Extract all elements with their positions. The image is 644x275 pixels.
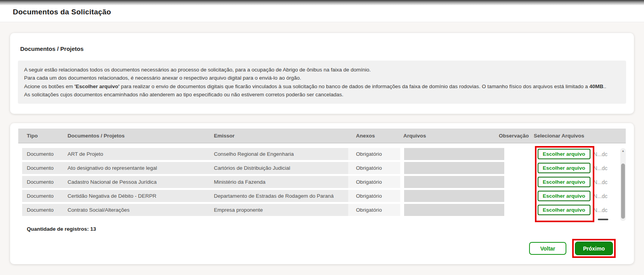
cell-selecionar-arquivos: Escolher arquivo N...dc [534,190,620,202]
choose-file-button[interactable]: Escolher arquivo [538,149,590,159]
table-row: Documento Certidão Negativa de Débito - … [18,190,620,202]
column-header-observacao: Observação [499,133,534,139]
empty-file-field [404,148,504,160]
table-row: Documento ART de Projeto Conselho Region… [18,148,620,160]
back-button[interactable]: Voltar [529,242,566,255]
cell-emissor: Ministério da Fazenda [212,176,348,188]
cell-selecionar-arquivos: Escolher arquivo N...dc [534,148,620,160]
main-content: Documentos / Projetos A seguir estão rel… [0,22,644,264]
record-count-label: Quantidade de registros: 13 [18,226,626,232]
choose-file-button[interactable]: Escolher arquivo [538,191,590,201]
cell-documento: Certidão Negativa de Débito - DERPR [64,190,212,202]
scroll-up-arrow-icon[interactable]: ▲ [620,148,626,153]
empty-file-field [404,204,504,216]
cell-selecionar-arquivos: Escolher arquivo N...dc [534,162,620,174]
no-file-label: N...dc [594,193,608,199]
cell-tipo: Documento [18,162,64,174]
cell-tipo: Documento [18,204,64,216]
cell-arquivos [400,190,499,202]
no-file-label: N...dc [594,179,608,185]
cell-observacao [499,190,534,202]
instruction-line: Para cada um dos documentos relacionados… [24,74,620,82]
cell-arquivos [400,148,499,160]
annotation-next-highlight: Próximo [572,239,616,258]
cell-tipo: Documento [18,148,64,160]
cell-arquivos [400,204,499,216]
cell-anexos: Obrigatório [348,148,400,160]
cell-emissor: Cartórios de Distribuição Judicial [212,162,348,174]
instruction-line: As solicitações cujos documentos encamin… [24,91,620,99]
page-title: Documentos da Solicitação [13,8,631,16]
table-row: Documento Contrato Social/Alterações Emp… [18,204,620,216]
column-header-anexos: Anexos [348,133,400,139]
cell-documento: ART de Projeto [64,148,212,160]
top-gradient-bar [0,0,644,5]
no-file-label: N...dc [594,151,608,157]
next-button[interactable]: Próximo [575,242,613,255]
form-actions: Voltar Próximo [18,239,626,258]
empty-file-field [404,190,504,202]
instruction-line: A seguir estão relacionados todos os doc… [24,66,620,74]
vertical-scrollbar[interactable]: ▲ [620,148,626,221]
table-row: Documento Cadastro Nacional de Pessoa Ju… [18,176,620,188]
empty-file-field [404,162,504,174]
column-header-documentos: Documentos / Projetos [64,133,212,139]
cell-anexos: Obrigatório [348,176,400,188]
instruction-line: Acione os botões em 'Escolher arquivo' p… [24,82,620,91]
cell-emissor: Empresa proponente [212,204,348,216]
choose-file-button[interactable]: Escolher arquivo [538,163,590,173]
cell-tipo: Documento [18,176,64,188]
cell-arquivos [400,162,499,174]
table-rows: Documento ART de Projeto Conselho Region… [18,148,620,216]
cell-documento: Ato designativo do representante legal [64,162,212,174]
cell-emissor: Departamento de Estradas de Rodagem do P… [212,190,348,202]
cell-documento: Cadastro Nacional de Pessoa Jurídica [64,176,212,188]
horizontal-scrollbar-thumb[interactable] [598,219,608,220]
cell-observacao [499,162,534,174]
cell-anexos: Obrigatório [348,190,400,202]
cell-tipo: Documento [18,190,64,202]
cell-observacao [499,176,534,188]
column-header-emissor: Emissor [212,133,348,139]
column-header-selecionar-arquivos: Selecionar Arquivos [534,133,620,139]
documents-table-card: Tipo Documentos / Projetos Emissor Anexo… [10,123,634,264]
no-file-label: N...dc [594,207,608,213]
documents-info-card: Documentos / Projetos A seguir estão rel… [10,33,634,114]
table-body: Documento ART de Projeto Conselho Region… [18,148,626,221]
column-header-tipo: Tipo [18,133,64,139]
table-header-row: Tipo Documentos / Projetos Emissor Anexo… [18,129,626,143]
section-title: Documentos / Projetos [20,45,626,52]
cell-selecionar-arquivos: Escolher arquivo N...dc [534,204,620,216]
cell-arquivos [400,176,499,188]
no-file-label: N...dc [594,165,608,171]
empty-file-field [404,176,504,188]
vertical-scrollbar-thumb[interactable] [621,164,625,219]
instructions-box: A seguir estão relacionados todos os doc… [18,61,626,104]
cell-anexos: Obrigatório [348,204,400,216]
cell-observacao [499,148,534,160]
choose-file-button[interactable]: Escolher arquivo [538,205,590,215]
cell-anexos: Obrigatório [348,162,400,174]
cell-observacao [499,204,534,216]
table-row: Documento Ato designativo do representan… [18,162,620,174]
cell-emissor: Conselho Regional de Engenharia [212,148,348,160]
cell-selecionar-arquivos: Escolher arquivo N...dc [534,176,620,188]
cell-documento: Contrato Social/Alterações [64,204,212,216]
choose-file-button[interactable]: Escolher arquivo [538,177,590,187]
column-header-arquivos: Arquivos [400,133,499,139]
